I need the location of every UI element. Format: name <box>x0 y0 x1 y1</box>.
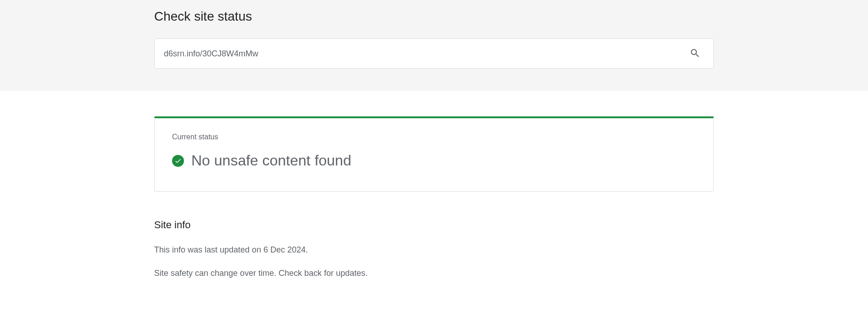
header-section: Check site status <box>0 0 868 91</box>
page-title: Check site status <box>154 9 714 24</box>
url-search-input[interactable] <box>164 49 686 59</box>
status-card: Current status No unsafe content found <box>154 116 714 192</box>
search-icon <box>690 48 701 60</box>
site-info-disclaimer: Site safety can change over time. Check … <box>154 267 714 280</box>
status-row: No unsafe content found <box>172 152 696 169</box>
site-info-last-updated: This info was last updated on 6 Dec 2024… <box>154 244 714 256</box>
status-message: No unsafe content found <box>191 152 351 169</box>
search-button[interactable] <box>686 44 704 64</box>
content-section: Current status No unsafe content found S… <box>0 91 868 280</box>
check-circle-icon <box>172 155 184 167</box>
search-box <box>154 38 714 69</box>
site-info-title: Site info <box>154 219 714 231</box>
status-label: Current status <box>172 133 696 141</box>
